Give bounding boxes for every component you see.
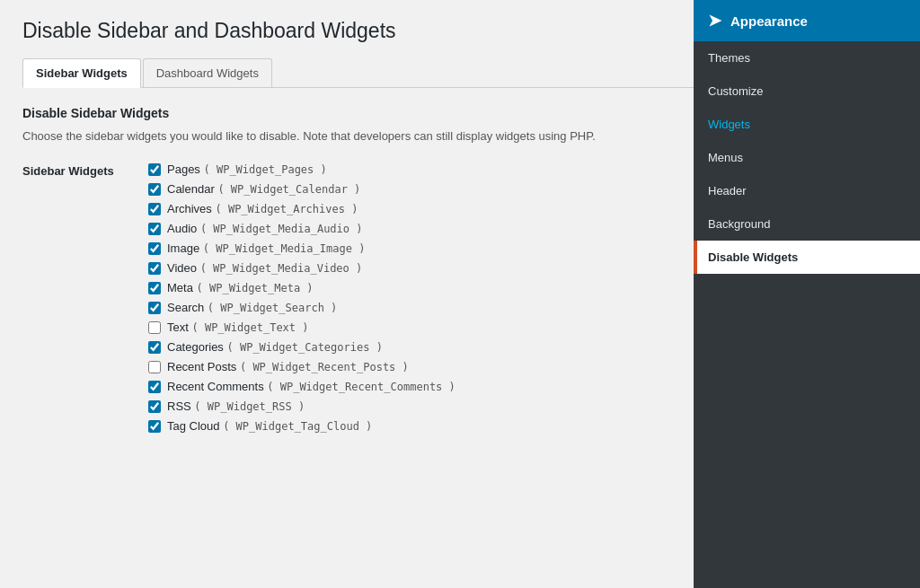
sidebar-item-background[interactable]: Background [694,207,920,241]
widget-code-recent-comments: ( WP_Widget_Recent_Comments ) [267,381,456,393]
widget-item: Calendar ( WP_Widget_Calendar ) [148,182,456,196]
widget-code-meta: ( WP_Widget_Meta ) [197,282,314,294]
widget-checkbox-search[interactable] [148,302,161,314]
widget-code-text: ( WP_Widget_Text ) [191,321,308,334]
widget-item: RSS ( WP_Widget_RSS ) [148,399,456,413]
widget-code-audio: ( WP_Widget_Media_Audio ) [200,223,363,235]
widget-item: Tag Cloud ( WP_Widget_Tag_Cloud ) [148,419,456,433]
sidebar-link-customize[interactable]: Customize [694,75,920,108]
sidebar-header-label: Appearance [730,13,808,29]
widget-checkbox-recent-posts[interactable] [148,361,161,373]
sidebar-nav: ThemesCustomizeWidgetsMenusHeaderBackgro… [694,41,920,274]
widget-checkbox-recent-comments[interactable] [148,381,161,393]
widget-label-archives: Archives ( WP_Widget_Archives ) [167,202,358,215]
widget-column-label: Sidebar Widgets [22,162,130,433]
appearance-icon: ➤ [708,11,721,31]
widget-label-recent-comments: Recent Comments ( WP_Widget_Recent_Comme… [167,380,456,393]
widget-label-categories: Categories ( WP_Widget_Categories ) [167,340,383,354]
sidebar-item-themes[interactable]: Themes [694,41,920,75]
sidebar-item-customize[interactable]: Customize [694,75,920,108]
widget-label-rss: RSS ( WP_Widget_RSS ) [167,399,305,413]
widget-item: Recent Posts ( WP_Widget_Recent_Posts ) [148,360,456,373]
widget-item: Recent Comments ( WP_Widget_Recent_Comme… [148,380,456,393]
sidebar-item-widgets[interactable]: Widgets [694,108,920,141]
widget-item: Image ( WP_Widget_Media_Image ) [148,241,456,255]
sidebar-item-menus[interactable]: Menus [694,141,920,174]
widget-label-video: Video ( WP_Widget_Media_Video ) [167,261,362,275]
widget-label-image: Image ( WP_Widget_Media_Image ) [167,241,365,255]
sidebar-link-widgets[interactable]: Widgets [694,108,920,141]
widget-checkbox-calendar[interactable] [148,183,161,196]
widget-item: Audio ( WP_Widget_Media_Audio ) [148,222,456,235]
widget-code-calendar: ( WP_Widget_Calendar ) [217,183,360,196]
widget-code-pages: ( WP_Widget_Pages ) [203,163,326,176]
widget-item: Meta ( WP_Widget_Meta ) [148,281,456,294]
widget-code-recent-posts: ( WP_Widget_Recent_Posts ) [240,361,409,373]
sidebar-item-header[interactable]: Header [694,174,920,207]
sidebar-link-menus[interactable]: Menus [694,141,920,174]
widget-item: Text ( WP_Widget_Text ) [148,320,456,334]
widget-item: Search ( WP_Widget_Search ) [148,301,456,314]
widget-label-tag-cloud: Tag Cloud ( WP_Widget_Tag_Cloud ) [167,419,372,433]
widget-label-text: Text ( WP_Widget_Text ) [167,320,309,334]
sidebar-link-header[interactable]: Header [694,174,920,207]
sidebar-link-disable-widgets[interactable]: Disable Widgets [697,241,920,274]
widget-label-calendar: Calendar ( WP_Widget_Calendar ) [167,182,360,196]
widget-checkbox-meta[interactable] [148,282,161,294]
widget-checkbox-audio[interactable] [148,223,161,235]
tab-dashboard-widgets[interactable]: Dashboard Widgets [143,58,272,87]
widget-checkbox-image[interactable] [148,242,161,255]
appearance-sidebar: ➤ Appearance ThemesCustomizeWidgetsMenus… [694,0,920,588]
widget-label-search: Search ( WP_Widget_Search ) [167,301,337,314]
widget-checkbox-categories[interactable] [148,341,161,354]
widget-code-categories: ( WP_Widget_Categories ) [226,341,382,354]
widget-item: Pages ( WP_Widget_Pages ) [148,162,456,176]
widget-item: Categories ( WP_Widget_Categories ) [148,340,456,354]
widget-code-tag-cloud: ( WP_Widget_Tag_Cloud ) [223,420,372,433]
sidebar-link-themes[interactable]: Themes [694,41,920,75]
widget-item: Video ( WP_Widget_Media_Video ) [148,261,456,275]
widget-code-video: ( WP_Widget_Media_Video ) [200,262,363,275]
widget-item: Archives ( WP_Widget_Archives ) [148,202,456,215]
widget-checkbox-pages[interactable] [148,163,161,176]
sidebar-header: ➤ Appearance [694,0,920,41]
widget-checkbox-rss[interactable] [148,400,161,413]
widget-checkbox-tag-cloud[interactable] [148,420,161,433]
widget-label-audio: Audio ( WP_Widget_Media_Audio ) [167,222,363,235]
widget-code-image: ( WP_Widget_Media_Image ) [203,242,366,255]
widget-code-search: ( WP_Widget_Search ) [208,302,338,314]
widget-label-pages: Pages ( WP_Widget_Pages ) [167,162,327,176]
widget-checkbox-text[interactable] [148,321,161,334]
sidebar-item-disable-widgets[interactable]: Disable Widgets [694,241,920,274]
widget-checkbox-archives[interactable] [148,203,161,215]
widget-checkbox-video[interactable] [148,262,161,275]
widget-list: Pages ( WP_Widget_Pages )Calendar ( WP_W… [148,162,456,433]
widget-label-meta: Meta ( WP_Widget_Meta ) [167,281,314,294]
widget-label-recent-posts: Recent Posts ( WP_Widget_Recent_Posts ) [167,360,409,373]
widget-code-rss: ( WP_Widget_RSS ) [194,400,305,413]
sidebar-link-background[interactable]: Background [694,207,920,241]
widget-code-archives: ( WP_Widget_Archives ) [215,203,358,215]
tab-sidebar-widgets[interactable]: Sidebar Widgets [22,58,141,88]
